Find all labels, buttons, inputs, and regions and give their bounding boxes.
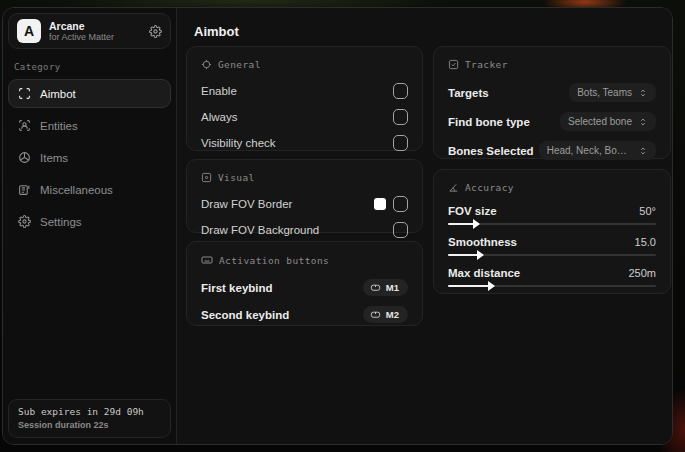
category-label: Category	[14, 62, 171, 72]
setting-row-find-bone-type: Find bone type Selected bone	[446, 107, 658, 136]
bones-selected-dropdown[interactable]: Head, Neck, Body, Pe..	[539, 141, 656, 160]
gear-icon[interactable]	[149, 25, 162, 38]
setting-label: Smoothness	[448, 236, 517, 248]
slider-thumb[interactable]	[477, 250, 484, 260]
setting-label: Enable	[201, 85, 237, 97]
setting-label: Find bone type	[448, 116, 530, 128]
gear-icon	[18, 215, 31, 228]
tracker-icon	[448, 59, 459, 70]
setting-label: Max distance	[448, 267, 520, 279]
sidebar-item-items[interactable]: Items	[8, 143, 171, 172]
sphere-icon	[18, 151, 31, 164]
setting-row-targets: Targets Bots, Teams	[446, 78, 658, 107]
section-header: Accuracy	[465, 182, 514, 193]
section-header: Tracker	[465, 59, 508, 70]
general-card: General Enable Always Visibility check	[186, 46, 423, 151]
setting-row-draw-fov-background: Draw FOV Background	[199, 217, 410, 243]
keybind-value: M1	[386, 282, 399, 293]
subscription-info-card: Sub expires in 29d 09h Session duration …	[8, 399, 171, 438]
sidebar-item-entities[interactable]: Entities	[8, 111, 171, 140]
setting-row-always: Always	[199, 104, 410, 130]
setting-label: Visibility check	[201, 137, 276, 149]
dropdown-value: Head, Neck, Body, Pe..	[547, 145, 632, 156]
sidebar-item-label: Miscellaneous	[40, 184, 113, 196]
sidebar: A Arcane for Active Matter Category Aimb…	[3, 8, 177, 444]
page-title: Aimbot	[194, 24, 239, 39]
entity-scan-icon	[18, 119, 31, 132]
session-duration-text: Session duration 22s	[18, 420, 161, 430]
setting-row-enable: Enable	[199, 78, 410, 104]
setting-label: FOV size	[448, 205, 497, 217]
always-checkbox[interactable]	[393, 109, 408, 125]
arcane-menu-window: A Arcane for Active Matter Category Aimb…	[2, 7, 673, 445]
setting-label: Bones Selected	[448, 145, 534, 157]
fov-size-slider-block: FOV size 50°	[446, 201, 658, 232]
sidebar-item-label: Settings	[40, 216, 82, 228]
brand-subtitle: for Active Matter	[49, 32, 141, 42]
setting-label: Draw FOV Border	[201, 198, 292, 210]
setting-row-bones-selected: Bones Selected Head, Neck, Body, Pe..	[446, 136, 658, 165]
panel-list-icon	[18, 183, 31, 196]
draw-fov-background-checkbox[interactable]	[393, 222, 408, 238]
setting-row-visibility-check: Visibility check	[199, 130, 410, 156]
visual-card: Visual Draw FOV Border Draw FOV Backgrou…	[186, 159, 423, 233]
setting-label: Draw FOV Background	[201, 224, 319, 236]
fov-border-color-swatch[interactable]	[374, 198, 386, 210]
first-keybind-button[interactable]: M1	[363, 279, 408, 296]
setting-label: First keybind	[201, 282, 273, 294]
second-keybind-button[interactable]: M2	[363, 306, 408, 323]
smoothness-slider[interactable]	[448, 254, 656, 256]
keyboard-icon	[201, 254, 213, 266]
visibility-check-checkbox[interactable]	[393, 135, 408, 151]
slider-thumb[interactable]	[473, 219, 480, 229]
section-header: General	[218, 59, 261, 70]
brand-title: Arcane	[49, 20, 141, 32]
targets-dropdown[interactable]: Bots, Teams	[569, 83, 656, 102]
accuracy-card: Accuracy FOV size 50° Smoothness 15.0	[433, 169, 671, 294]
keybind-value: M2	[386, 309, 399, 320]
aim-scan-icon	[18, 87, 31, 100]
slider-value: 50°	[639, 205, 656, 217]
sidebar-item-label: Entities	[40, 120, 78, 132]
sub-expires-text: Sub expires in 29d 09h	[18, 406, 161, 417]
unfold-icon	[638, 117, 648, 127]
draw-fov-border-checkbox[interactable]	[393, 196, 408, 212]
find-bone-type-dropdown[interactable]: Selected bone	[560, 112, 656, 131]
activation-buttons-card: Activation buttons First keybind M1 Seco…	[186, 241, 423, 326]
max-distance-slider[interactable]	[448, 285, 656, 287]
category-nav: Aimbot Entities Items Miscellaneous	[8, 79, 171, 239]
fov-size-slider[interactable]	[448, 223, 656, 225]
main-panel: Aimbot General Enable Always Visibility …	[177, 8, 672, 444]
unfold-icon	[638, 88, 648, 98]
angle-icon	[448, 182, 459, 193]
dropdown-value: Selected bone	[568, 116, 632, 127]
setting-row-draw-fov-border: Draw FOV Border	[199, 191, 410, 217]
unfold-icon	[638, 146, 648, 156]
setting-row-first-keybind: First keybind M1	[199, 274, 410, 301]
section-header: Visual	[218, 172, 255, 183]
arcane-logo: A	[17, 19, 41, 43]
dropdown-value: Bots, Teams	[577, 87, 632, 98]
tracker-card: Tracker Targets Bots, Teams Find bone ty…	[433, 46, 671, 159]
setting-label: Always	[201, 111, 237, 123]
slider-value: 15.0	[635, 236, 656, 248]
slider-thumb[interactable]	[488, 281, 495, 291]
sidebar-item-settings[interactable]: Settings	[8, 207, 171, 236]
image-icon	[201, 172, 212, 183]
smoothness-slider-block: Smoothness 15.0	[446, 232, 658, 263]
brand-card: A Arcane for Active Matter	[8, 13, 171, 49]
setting-row-second-keybind: Second keybind M2	[199, 301, 410, 328]
max-distance-slider-block: Max distance 250m	[446, 263, 658, 294]
slider-value: 250m	[628, 267, 656, 279]
sidebar-item-label: Items	[40, 152, 68, 164]
enable-checkbox[interactable]	[393, 83, 408, 99]
sidebar-item-miscellaneous[interactable]: Miscellaneous	[8, 175, 171, 204]
section-header: Activation buttons	[219, 255, 329, 266]
sidebar-item-label: Aimbot	[40, 88, 76, 100]
mouse-icon	[370, 309, 381, 320]
sidebar-item-aimbot[interactable]: Aimbot	[8, 79, 171, 108]
mouse-icon	[370, 282, 381, 293]
setting-label: Second keybind	[201, 309, 289, 321]
crosshair-icon	[201, 59, 212, 70]
setting-label: Targets	[448, 87, 489, 99]
